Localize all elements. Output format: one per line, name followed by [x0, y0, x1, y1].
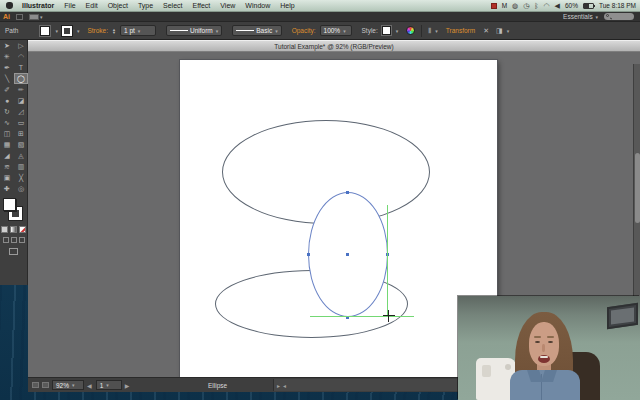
tool-symbol-sprayer[interactable]: ≋: [0, 161, 14, 172]
search-input[interactable]: [604, 13, 634, 20]
brush-definition-select[interactable]: Basic ▾: [232, 25, 281, 36]
tool-type[interactable]: T: [14, 62, 28, 73]
artboard-caret: ▾: [106, 382, 109, 388]
style-caret[interactable]: ▾: [396, 28, 399, 34]
fill-indicator[interactable]: [3, 198, 16, 211]
menubar-clock[interactable]: Tue 8:18 PM: [599, 2, 636, 9]
tool-eyedropper[interactable]: ◢: [0, 150, 14, 161]
wifi-icon[interactable]: ◠: [544, 2, 550, 9]
menu-type[interactable]: Type: [133, 2, 158, 9]
select-similar-icon[interactable]: ◨: [496, 27, 502, 35]
status-arrow-icon[interactable]: [42, 382, 49, 388]
document-tab[interactable]: Tutorial Example* @ 92% (RGB/Preview): [28, 40, 640, 52]
stroke-caret[interactable]: ▾: [77, 28, 80, 34]
menu-help[interactable]: Help: [275, 2, 299, 9]
tool-gradient[interactable]: ▧: [14, 139, 28, 150]
crosshair-cursor: [383, 310, 395, 322]
none-mode-button[interactable]: [19, 226, 26, 233]
drawing-mode-buttons: [0, 237, 27, 243]
artboard[interactable]: [180, 60, 497, 377]
tool-blend[interactable]: ◬: [14, 150, 28, 161]
artboard-nav-forward[interactable]: ▶: [125, 382, 131, 389]
tool-lasso[interactable]: ◠: [14, 51, 28, 62]
anchor-point-top[interactable]: [346, 191, 349, 194]
variable-width-select[interactable]: Uniform ▾: [166, 25, 222, 36]
smart-guide-horizontal: [310, 316, 414, 317]
tool-eraser[interactable]: ◪: [14, 95, 28, 106]
stroke-color-swatch[interactable]: [62, 26, 72, 36]
stroke-weight-stepper[interactable]: ▲▼: [112, 28, 116, 34]
align-caret[interactable]: ▾: [435, 28, 438, 34]
tool-direct-selection[interactable]: ▷: [14, 40, 28, 51]
workspace-switcher[interactable]: Essentials ▾: [563, 13, 598, 20]
menu-select[interactable]: Select: [158, 2, 187, 9]
tool-width[interactable]: ∿: [0, 117, 14, 128]
align-icon[interactable]: ⫴: [428, 27, 430, 35]
tool-pencil[interactable]: ✏: [14, 84, 28, 95]
selection-type-label: Path: [5, 27, 18, 34]
tool-pen[interactable]: ✒: [0, 62, 14, 73]
tool-mesh[interactable]: ▦: [0, 139, 14, 150]
clock-icon[interactable]: ◷: [523, 2, 529, 9]
menu-file[interactable]: File: [59, 2, 80, 9]
tool-zoom[interactable]: ◎: [14, 183, 28, 194]
menu-edit[interactable]: Edit: [81, 2, 103, 9]
volume-icon[interactable]: ◀: [555, 2, 560, 9]
stroke-panel-link[interactable]: Stroke:: [87, 27, 108, 34]
menu-extra-badge[interactable]: M: [502, 2, 507, 9]
isolate-selection-icon[interactable]: ✕: [483, 27, 489, 35]
opacity-field[interactable]: 100% ▾: [320, 25, 352, 36]
style-swatch[interactable]: [382, 26, 391, 35]
bluetooth-icon[interactable]: ᛒ: [534, 2, 538, 9]
draw-inside-button[interactable]: [19, 237, 25, 243]
anchor-point-left[interactable]: [307, 253, 310, 256]
tool-magic-wand[interactable]: ✳: [0, 51, 14, 62]
zoom-level-select[interactable]: 92% ▾: [52, 380, 84, 390]
menu-window[interactable]: Window: [240, 2, 275, 9]
scroll-right-arrow[interactable]: ▸: [277, 382, 280, 389]
scroll-left-arrow[interactable]: ◂: [283, 382, 286, 389]
recording-status-icon[interactable]: [491, 3, 497, 9]
arrange-documents-icon[interactable]: [29, 14, 39, 20]
menu-view[interactable]: View: [215, 2, 240, 9]
recolor-artwork-icon[interactable]: [406, 26, 415, 35]
time-machine-icon[interactable]: ◍: [512, 2, 518, 9]
fill-caret[interactable]: ▾: [55, 28, 58, 34]
arrange-documents-caret[interactable]: ▾: [40, 14, 43, 20]
fill-color-swatch[interactable]: [40, 26, 50, 36]
menu-object[interactable]: Object: [103, 2, 133, 9]
screen-mode-button[interactable]: [9, 248, 18, 255]
artboard-nav-back[interactable]: ◀: [87, 382, 93, 389]
apple-menu-icon[interactable]: [6, 2, 13, 9]
tool-hand[interactable]: ✚: [0, 183, 14, 194]
draw-behind-button[interactable]: [11, 237, 17, 243]
webcam-video-overlay: [458, 296, 640, 400]
menu-illustrator[interactable]: Illustrator: [17, 2, 59, 9]
tool-line-segment[interactable]: ╲: [0, 73, 14, 84]
tool-perspective-grid[interactable]: ⊞: [14, 128, 28, 139]
draw-normal-button[interactable]: [3, 237, 9, 243]
menu-effect[interactable]: Effect: [188, 2, 216, 9]
tool-free-transform[interactable]: ▭: [14, 117, 28, 128]
vertical-scrollbar-thumb[interactable]: [635, 153, 640, 223]
transform-panel-link[interactable]: Transform: [446, 27, 475, 34]
gradient-mode-button[interactable]: [10, 226, 17, 233]
tool-paintbrush[interactable]: ✐: [0, 84, 14, 95]
bridge-button[interactable]: [16, 14, 23, 20]
select-similar-caret[interactable]: ▾: [507, 28, 510, 34]
tool-selection[interactable]: ➤: [0, 40, 14, 51]
tool-shape-builder[interactable]: ◫: [0, 128, 14, 139]
opacity-panel-link[interactable]: Opacity:: [292, 27, 316, 34]
tool-rotate[interactable]: ↻: [0, 106, 14, 117]
status-grid-icon[interactable]: [32, 382, 39, 388]
tool-scale[interactable]: ◿: [14, 106, 28, 117]
tool-blob-brush[interactable]: ●: [0, 95, 14, 106]
tool-column-graph[interactable]: ▥: [14, 161, 28, 172]
artboard-number-field[interactable]: 1 ▾: [96, 380, 122, 390]
color-mode-button[interactable]: [1, 226, 8, 233]
stroke-weight-field[interactable]: 1 pt ▾: [120, 25, 156, 36]
tool-ellipse[interactable]: ◯: [14, 73, 28, 84]
appbar-right-group: Essentials ▾: [563, 13, 640, 20]
tool-slice[interactable]: ╳: [14, 172, 28, 183]
tool-artboard[interactable]: ▣: [0, 172, 14, 183]
